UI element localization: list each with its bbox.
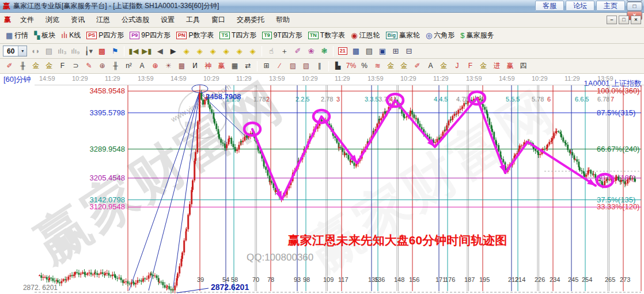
tool-shen-icon[interactable]: 神 [202,61,214,72]
menu-item-3[interactable]: 江恩 [90,13,116,27]
mode-wave-icon[interactable]: ◖◗ [29,46,41,57]
tool-gold-angle-icon[interactable]: 金 [438,61,450,72]
period-caret-icon[interactable]: ▾ [18,46,26,56]
tool-gold-grid2-icon[interactable]: 金 [43,61,55,72]
gann-grid-icon[interactable]: ▩ [96,46,108,57]
nav-first-icon[interactable]: ▮◀ [127,46,139,57]
sector-blocks-button[interactable]: ▚板块 [34,31,55,40]
diamond-shrink-icon[interactable]: ◈ [220,46,232,57]
crosshair-icon[interactable]: ＋ [278,46,290,57]
menu-item-6[interactable]: 工具 [180,13,206,27]
titlebar-button-service[interactable]: 客服 [535,1,564,11]
tool-gann-box-icon[interactable]: ⊞ [260,61,272,72]
menu-item-9[interactable]: 帮助 [270,13,296,27]
nav-prev-icon[interactable]: ◀ [154,46,166,57]
diamond-right-icon[interactable]: ◈ [194,46,206,57]
menu-item-4[interactable]: 公式选股 [116,13,155,27]
p-square-button[interactable]: PSP四方形 [86,31,124,40]
tool-pen2-icon[interactable]: ✎ [83,61,95,72]
tool-angle-pen-icon[interactable]: ✐ [411,61,423,72]
puzzle-icon[interactable]: ❃ [318,46,330,57]
notebook-icon[interactable]: ▤ [363,46,375,57]
tool-wave-a-icon[interactable]: A [425,61,437,72]
draw-pen-icon[interactable]: ✐ [291,46,304,57]
tool-box-fan-icon[interactable]: ▨ [287,61,299,72]
gann-wheel-button[interactable]: ◉江恩轮 [351,31,380,40]
cascade-icon[interactable]: ⊞ [389,46,401,57]
p-table-button[interactable]: PNP数字表 [176,31,214,40]
kline-button[interactable]: ıİıK线 [61,31,81,40]
chart-area[interactable]: 赢家财富网赢家财富网www.yingjia360.com[60]分钟14:591… [0,74,644,294]
mdi-minimize-button[interactable]: – [607,16,617,24]
tool-compass-icon[interactable]: ⊕ [96,61,108,72]
tool-ying-ray-icon[interactable]: 赢 [504,61,516,72]
mdi-restore-button[interactable]: □ [619,16,629,24]
period-combobox[interactable]: 60 ▾ [3,46,27,56]
tool-f-angle-icon[interactable]: F [464,61,476,72]
flower-icon[interactable]: ❀ [305,46,317,57]
calendar-icon[interactable]: 21 [336,46,348,57]
tool-pct-wave-icon[interactable]: ≋ [372,61,384,72]
tool-count-grid-icon[interactable]: ▦ [229,61,241,72]
tool-box-grid-icon[interactable]: ▧ [300,61,312,72]
menu-item-2[interactable]: 资讯 [65,13,90,27]
info-note-icon[interactable]: ▤ [43,46,55,57]
minute3-icon[interactable]: ılı₃ [56,46,68,57]
tool-si-ray-icon[interactable]: 四 [517,61,529,72]
tool-ying-icon[interactable]: 赢 [215,61,228,72]
nav-next-icon[interactable]: ▶ [167,46,179,57]
tool-gold-grid1-icon[interactable]: 金 [30,61,42,72]
tool-star-icon[interactable]: ☀ [162,61,175,72]
menu-item-5[interactable]: 设置 [155,13,180,27]
tool-parallel-icon[interactable]: ∥ [313,61,325,72]
ninet-square-button[interactable]: T99T四方形 [262,31,302,40]
winner-service-button[interactable]: $赢家服务 [460,31,494,40]
tool-fan-icon[interactable]: ∕ [274,61,286,72]
tool-web-icon[interactable]: ▩ [176,61,188,72]
draw-flag-icon[interactable]: ⚑ [109,46,121,57]
tool-gold-ray-icon[interactable]: 金 [478,61,490,72]
tool-f-grid-icon[interactable]: F [56,61,69,72]
diamond-vsplit-icon[interactable]: ◈ [233,46,245,57]
diamond-hsplit-icon[interactable]: ◈ [207,46,219,57]
titlebar-button-home[interactable]: 主页 [596,1,625,11]
tool-jin-ray-icon[interactable]: 进 [491,61,503,72]
tool-gold-circle-icon[interactable]: 金 [385,61,397,72]
titlebar-button-forum[interactable]: 论坛 [566,1,594,11]
menu-item-0[interactable]: 文件 [14,13,40,27]
tool-gold-line-icon[interactable]: 金 [398,61,410,72]
save-icon[interactable]: ▣ [376,46,388,57]
ninep-square-button[interactable]: P99P四方形 [130,31,171,40]
diamond-left-icon[interactable]: ◈ [180,46,192,57]
tool-n2-icon[interactable]: n² [123,61,135,72]
tool-target-icon[interactable]: ⊕ [149,61,161,72]
quote-grid-button[interactable]: ▦行情 [6,31,28,40]
price-chart-svg[interactable]: 赢家财富网赢家财富网www.yingjia360.com[60]分钟14:591… [0,74,644,294]
tool-ruler-icon[interactable]: ╫ [109,61,122,72]
menu-item-7[interactable]: 窗口 [206,13,231,27]
mdi-close-button[interactable]: × [631,16,641,24]
diamond-expand-icon[interactable]: ◈ [247,46,259,57]
menu-item-1[interactable]: 浏览 [40,13,65,27]
tool-span-icon[interactable]: ⇄ [242,61,254,72]
calculator-icon[interactable]: ▦ [350,46,362,57]
tool-hist-icon[interactable]: ▙ [332,61,344,72]
tool-brush-icon[interactable]: ✐ [3,61,16,72]
candle-period-icon[interactable]: ╽▾ [82,46,94,57]
tool-pct-icon[interactable]: % [358,61,370,72]
tool-mark-icon[interactable]: Ͷ [189,61,201,72]
hexagon-button[interactable]: ◎六角形 [426,31,454,40]
t-square-button[interactable]: TST四方形 [219,31,256,40]
restore-button[interactable]: □ [627,2,642,11]
tool-pct7-icon[interactable]: 7% [345,61,357,72]
pan-hand-icon[interactable]: ☝ [265,46,277,57]
nav-last-icon[interactable]: ▶▮ [141,46,153,57]
t-table-button[interactable]: TNT数字表 [308,31,345,40]
winner-wheel-button[interactable]: Big赢家轮 [386,31,421,40]
minute9-icon[interactable]: ılı₉ [69,46,81,57]
menu-item-8[interactable]: 交易委托 [231,13,270,27]
tool-a-line-icon[interactable]: A [136,61,148,72]
tool-j-angle-icon[interactable]: J [451,61,463,72]
tool-spiral-icon[interactable]: ⊃ [70,61,82,72]
printer-icon[interactable]: ⊟ [403,46,415,57]
